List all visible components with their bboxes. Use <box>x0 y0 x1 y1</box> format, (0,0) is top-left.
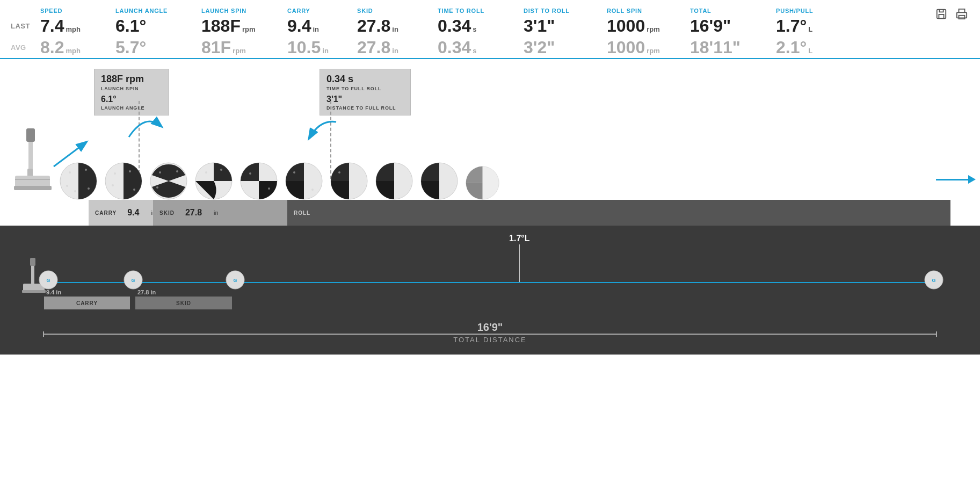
last-dist-to-roll-value: 3'1" <box>524 17 555 34</box>
bottom-skid-value: 27.8 in <box>137 289 232 295</box>
ball-10 <box>465 165 500 200</box>
tooltip-roll-time-label: TIME TO FULL ROLL <box>326 86 404 91</box>
total-distance-label: TOTAL DISTANCE <box>43 336 937 344</box>
ball-2 <box>104 162 143 200</box>
trajectory-line <box>43 282 937 283</box>
stats-header: SPEED LAUNCH ANGLE LAUNCH SPIN CARRY SKI… <box>0 0 980 59</box>
spin-arrow2-svg <box>304 117 342 146</box>
ball-8 <box>375 162 413 200</box>
last-roll-spin: 1000 rpm <box>607 17 690 34</box>
avg-roll-spin-value: 1000 <box>607 39 645 56</box>
bottom-inner: 1.7°L G G <box>0 226 980 355</box>
last-carry-unit: in <box>313 25 319 33</box>
avg-push-pull-value: 2.1° <box>776 39 807 56</box>
carry-segment: CARRY 9.4 in <box>89 200 153 226</box>
col-header-launch-angle: LAUNCH ANGLE <box>115 8 201 14</box>
col-headers-row: SPEED LAUNCH ANGLE LAUNCH SPIN CARRY SKI… <box>11 4 969 15</box>
svg-point-13 <box>85 169 87 171</box>
bottom-ball-start: G <box>39 270 58 292</box>
avg-launch-spin-unit: rpm <box>233 47 246 55</box>
avg-skid-unit: in <box>392 47 398 55</box>
col-header-carry: CARRY <box>287 8 357 14</box>
tooltip-launch-angle-value: 6.1° <box>101 95 162 104</box>
ball-5 <box>239 162 278 200</box>
avg-roll-spin: 1000 rpm <box>607 39 690 56</box>
avg-row: AVG 8.2 mph 5.7° 81F rpm 10.5 in 27.8 in… <box>11 37 969 58</box>
total-distance-section: 16'9" TOTAL DISTANCE <box>43 321 937 344</box>
svg-text:G: G <box>932 278 935 283</box>
col-header-roll-spin: ROLL SPIN <box>607 8 690 14</box>
avg-dist-to-roll: 3'2" <box>524 39 607 56</box>
last-total-value: 16'9" <box>690 17 731 34</box>
bottom-skid-annotation: 27.8 in SKID <box>135 289 232 309</box>
last-speed-unit: mph <box>66 25 80 33</box>
print-button[interactable] <box>954 6 969 21</box>
svg-text:G: G <box>131 278 135 283</box>
last-carry-value: 9.4 <box>287 17 311 34</box>
skid-value: 27.8 <box>185 208 202 218</box>
avg-skid: 27.8 in <box>357 39 438 56</box>
avg-total: 18'11" <box>690 39 776 56</box>
total-distance-line <box>43 334 937 335</box>
bottom-carry-bar: CARRY <box>44 297 130 309</box>
tooltip-roll-dist-value: 3'1" <box>326 95 404 104</box>
segment-bar: CARRY 9.4 in SKID 27.8 in ROLL <box>89 200 950 226</box>
spin-arrow-svg <box>124 110 166 142</box>
col-header-total: TOTAL <box>690 8 776 14</box>
bottom-carry-value: 9.4 in <box>46 289 130 295</box>
tooltip-launch: 188F rpm LAUNCH SPIN 6.1° LAUNCH ANGLE <box>94 69 169 115</box>
avg-total-value: 18'11" <box>690 39 741 56</box>
last-launch-spin: 188F rpm <box>201 17 287 34</box>
tooltip-launch-spin-value: 188F rpm <box>101 74 162 85</box>
arrow-line <box>936 179 968 180</box>
svg-point-21 <box>133 189 135 191</box>
avg-push-pull-unit: L <box>808 47 812 55</box>
avg-carry-unit: in <box>322 47 329 55</box>
last-skid-unit: in <box>392 25 398 33</box>
ball-9 <box>420 162 459 200</box>
skid-unit: in <box>214 209 219 216</box>
ball-7 <box>330 162 368 200</box>
save-button[interactable] <box>934 6 949 21</box>
bottom-ball-2-svg: G <box>124 270 143 290</box>
svg-point-12 <box>69 171 71 174</box>
col-header-dist-to-roll: DIST TO ROLL <box>524 8 607 14</box>
bottom-ball-4-svg: G <box>924 270 943 290</box>
ball-3 <box>149 162 188 200</box>
avg-speed-value: 8.2 <box>40 39 64 56</box>
col-header-time-to-roll: TIME TO ROLL <box>438 8 524 14</box>
avg-speed: 8.2 mph <box>40 39 115 56</box>
last-launch-spin-value: 188F <box>201 17 241 34</box>
ball-4 <box>194 162 233 200</box>
last-time-to-roll-unit: s <box>473 25 476 33</box>
last-push-pull: 1.7° L <box>776 17 883 34</box>
avg-speed-unit: mph <box>66 47 80 55</box>
svg-rect-7 <box>15 176 50 187</box>
last-roll-spin-unit: rpm <box>647 25 660 33</box>
last-carry: 9.4 in <box>287 17 357 34</box>
svg-point-19 <box>129 170 131 172</box>
avg-time-to-roll: 0.34 s <box>438 39 524 56</box>
last-row: LAST 7.4 mph 6.1° 188F rpm 9.4 in 27.8 i… <box>11 15 969 37</box>
last-launch-angle: 6.1° <box>115 17 201 34</box>
last-skid: 27.8 in <box>357 17 438 34</box>
skid-label: SKID <box>159 210 175 216</box>
svg-point-28 <box>220 169 222 171</box>
svg-text:G: G <box>46 278 50 283</box>
bottom-ball-1-svg: G <box>39 270 58 290</box>
avg-carry-value: 10.5 <box>287 39 321 56</box>
svg-point-25 <box>156 186 158 189</box>
avg-push-pull: 2.1° L <box>776 39 883 56</box>
last-launch-spin-unit: rpm <box>242 25 256 33</box>
avg-skid-value: 27.8 <box>357 39 390 56</box>
svg-point-34 <box>311 189 314 191</box>
bottom-ball-carry: G <box>124 270 143 292</box>
push-pull-label: 1.7°L <box>509 234 529 243</box>
svg-point-23 <box>159 171 161 174</box>
viz-area: 188F rpm LAUNCH SPIN 6.1° LAUNCH ANGLE 0… <box>0 59 980 226</box>
svg-point-27 <box>205 171 207 174</box>
bottom-carry-label: CARRY <box>76 300 98 306</box>
carry-value: 9.4 <box>127 208 139 218</box>
arrow-head <box>968 175 976 184</box>
total-distance-value: 16'9" <box>43 321 937 334</box>
